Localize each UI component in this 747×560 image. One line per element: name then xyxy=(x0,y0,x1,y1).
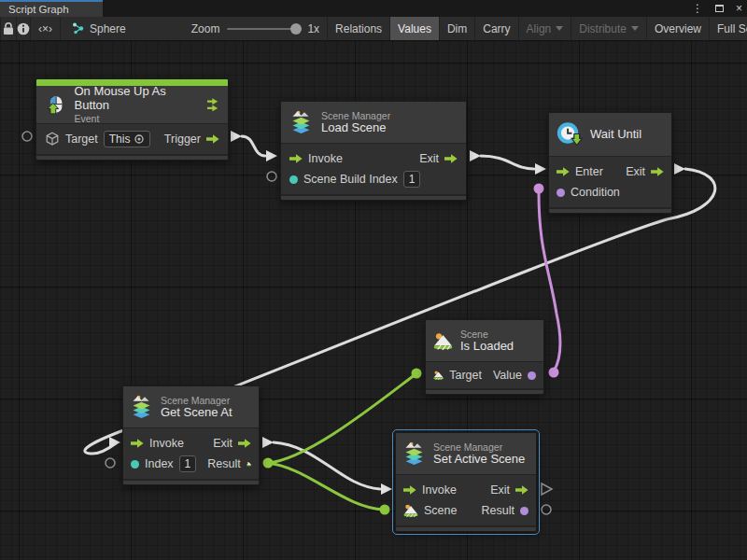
node-on-mouse-up-as-button[interactable]: On Mouse Up As Button Event Target This … xyxy=(35,78,229,161)
object-picker-icon[interactable] xyxy=(134,133,145,145)
node-footer xyxy=(549,207,671,213)
graph-context[interactable]: Sphere xyxy=(61,17,135,40)
node-load-scene[interactable]: Scene Manager Load Scene Invoke Exit Sce… xyxy=(280,101,467,201)
invoke-port-label: Invoke xyxy=(149,437,184,450)
code-icon: ‹×› xyxy=(38,22,52,35)
port-setactive-invoke-in[interactable] xyxy=(381,483,392,495)
flow-arrow-icon[interactable] xyxy=(651,167,664,176)
info-button[interactable] xyxy=(17,17,31,40)
target-value-field[interactable]: This xyxy=(104,131,151,147)
scene-icon[interactable] xyxy=(433,368,444,383)
scene-icon xyxy=(433,331,453,351)
exit-port-label: Exit xyxy=(626,165,645,178)
close-icon[interactable]: × xyxy=(736,1,742,16)
graph-canvas[interactable]: On Mouse Up As Button Event Target This … xyxy=(0,41,747,560)
flow-arrow-icon[interactable] xyxy=(515,485,529,495)
flow-arrow-icon[interactable] xyxy=(131,439,144,448)
port-isloaded-value-out[interactable] xyxy=(549,368,559,378)
node-footer xyxy=(123,479,259,484)
node-header: Scene Manager Set Active Scene xyxy=(396,433,536,474)
node-set-active-scene[interactable]: Scene Manager Set Active Scene Invoke Ex… xyxy=(395,432,537,532)
enter-port-label: Enter xyxy=(575,165,603,178)
wire-trigger-to-invoke[interactable] xyxy=(242,136,265,156)
node-get-scene-at[interactable]: Scene Manager Get Scene At Invoke Exit I… xyxy=(122,385,260,485)
wire-result-to-isloaded-target[interactable] xyxy=(268,374,416,463)
port-getsceneat-index-in-empty[interactable] xyxy=(106,458,115,468)
port-loadscene-exit-out[interactable] xyxy=(470,150,481,161)
result-port-label: Result xyxy=(482,504,514,517)
int-port-dot[interactable] xyxy=(131,460,139,469)
scene-result-port-dot[interactable] xyxy=(520,507,529,515)
port-getsceneat-invoke-in[interactable] xyxy=(109,437,120,448)
values-button[interactable]: Values xyxy=(390,17,440,40)
dim-button[interactable]: Dim xyxy=(440,17,475,40)
exit-port-label: Exit xyxy=(490,483,510,497)
node-is-loaded[interactable]: Scene Is Loaded Target Value xyxy=(425,319,544,395)
target-port-label: Target xyxy=(65,133,98,146)
index-value-field[interactable]: 1 xyxy=(179,455,197,472)
port-trigger-out[interactable] xyxy=(231,131,242,142)
chevron-down-icon xyxy=(556,26,563,31)
lock-button[interactable] xyxy=(0,17,17,40)
flow-arrow-icon[interactable] xyxy=(557,167,570,176)
node-category: Scene Manager xyxy=(321,110,390,121)
port-loadscene-index-in-empty[interactable] xyxy=(267,172,276,181)
relations-button[interactable]: Relations xyxy=(327,17,390,40)
port-isloaded-target-in[interactable] xyxy=(412,369,422,379)
node-header: On Mouse Up As Button Event xyxy=(36,86,228,123)
distribute-dropdown[interactable]: Distribute xyxy=(571,17,647,40)
int-port-dot[interactable] xyxy=(289,175,298,184)
trigger-port-label: Trigger xyxy=(164,133,201,146)
unity-script-graph-window: Script Graph ⋮ × ‹×› Sphere Zoom 1x xyxy=(0,0,747,560)
node-footer xyxy=(281,194,466,200)
carry-button[interactable]: Carry xyxy=(475,17,518,40)
node-header: Scene Is Loaded xyxy=(426,320,543,361)
condition-port-label: Condition xyxy=(571,186,620,199)
full-screen-button[interactable]: Full Screen xyxy=(710,17,747,40)
zoom-slider[interactable] xyxy=(227,28,300,30)
flow-arrow-icon[interactable] xyxy=(289,154,303,163)
exit-port-label: Exit xyxy=(419,152,439,165)
scene-build-index-field[interactable]: 1 xyxy=(403,171,421,188)
scene-manager-icon xyxy=(131,395,153,420)
bool-port-dot[interactable] xyxy=(557,189,565,197)
toolbar-buttons: Relations Values Dim Carry Align Distrib… xyxy=(327,17,747,40)
window-controls: ⋮ × xyxy=(692,0,742,17)
port-setactive-scene-in[interactable] xyxy=(380,505,390,515)
port-getsceneat-exit-out[interactable] xyxy=(262,437,274,448)
maximize-icon[interactable] xyxy=(715,5,724,12)
wire-loadscene-exit-to-enter[interactable] xyxy=(481,156,534,169)
port-waituntil-exit-out[interactable] xyxy=(674,163,685,175)
graph-name: Sphere xyxy=(90,22,126,35)
overview-button[interactable]: Overview xyxy=(647,17,710,40)
zoom-label: Zoom xyxy=(191,22,220,35)
scene-icon[interactable] xyxy=(247,456,251,471)
align-dropdown[interactable]: Align xyxy=(519,17,572,40)
flow-arrow-icon[interactable] xyxy=(238,439,251,448)
port-waituntil-enter-in[interactable] xyxy=(535,163,546,175)
node-category: Scene Manager xyxy=(161,395,233,406)
node-wait-until[interactable]: Wait Until Enter Exit Condition xyxy=(548,112,672,214)
port-getsceneat-result-out[interactable] xyxy=(263,458,274,469)
wire-getsceneat-exit-to-setactive-invoke[interactable] xyxy=(274,442,380,489)
invoke-port-label: Invoke xyxy=(308,152,343,165)
index-port-label: Index xyxy=(145,457,174,470)
flow-arrow-icon[interactable] xyxy=(403,485,416,495)
bool-port-dot[interactable] xyxy=(528,371,536,380)
port-loadscene-invoke-in[interactable] xyxy=(266,150,277,161)
wait-clock-icon xyxy=(557,121,584,147)
flow-arrow-icon[interactable] xyxy=(444,154,458,163)
edit-graph-button[interactable]: ‹×› xyxy=(31,17,61,40)
port-setactive-exit-out-empty[interactable] xyxy=(542,483,552,495)
port-waituntil-condition-in[interactable] xyxy=(534,184,544,194)
flow-arrow-icon[interactable] xyxy=(206,134,219,144)
scene-build-index-label: Scene Build Index xyxy=(303,173,398,186)
port-setactive-result-out-empty[interactable] xyxy=(542,505,551,514)
tab-script-graph[interactable]: Script Graph xyxy=(0,0,103,17)
info-icon xyxy=(17,22,30,35)
scene-icon[interactable] xyxy=(403,503,418,518)
window-menu-icon[interactable]: ⋮ xyxy=(692,1,703,16)
scene-port-label: Scene xyxy=(424,504,457,517)
zoom-slider-handle[interactable] xyxy=(290,23,302,35)
port-onmouseup-target-in-empty[interactable] xyxy=(22,132,32,141)
